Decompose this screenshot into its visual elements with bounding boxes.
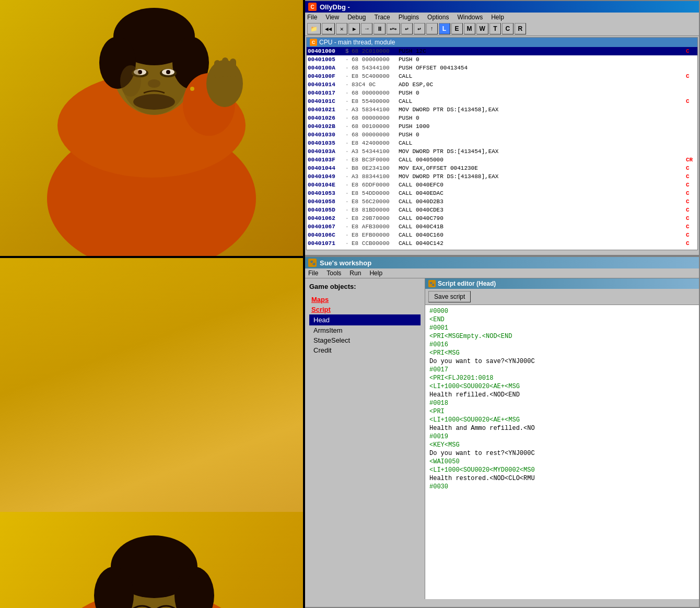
script-line: <LI+1000<SOU0020<AE+<MSG bbox=[429, 382, 695, 391]
menu-file-ws[interactable]: File bbox=[308, 270, 318, 277]
menu-view[interactable]: View bbox=[325, 14, 339, 21]
asm-address: 0040102B bbox=[308, 123, 345, 130]
toolbar-step2[interactable]: ↩ bbox=[401, 23, 413, 34]
asm-row[interactable]: 00401000 $ 68 2C010000 PUSH 12C C bbox=[307, 47, 697, 55]
game-objects-armsitem[interactable]: ArmsItem bbox=[309, 325, 421, 335]
asm-row[interactable]: 00401035 · E8 42400000 CALL bbox=[307, 139, 697, 147]
asm-bytes: 68 00000000 bbox=[352, 131, 399, 138]
asm-row[interactable]: 0040103F · E8 BC3F0000 CALL 00405000 CR bbox=[307, 156, 697, 164]
asm-comment: C bbox=[686, 181, 696, 189]
asm-row[interactable]: 00401076 · E8 3EB00000 CALL 0040C0B9 C bbox=[307, 248, 697, 250]
asm-instruction: CALL 00405000 bbox=[399, 156, 686, 163]
toolbar-M[interactable]: M bbox=[464, 23, 475, 34]
asm-comment: C bbox=[686, 223, 696, 230]
menu-trace[interactable]: Trace bbox=[375, 14, 390, 21]
asm-instruction: PUSH 1000 bbox=[399, 123, 686, 130]
game-objects-stageselect[interactable]: StageSelect bbox=[309, 335, 421, 345]
game-objects-credit[interactable]: Credit bbox=[309, 345, 421, 355]
asm-bytes: E8 29B70000 bbox=[352, 215, 399, 222]
menu-tools-ws[interactable]: Tools bbox=[326, 270, 341, 277]
asm-row[interactable]: 00401021 · A3 58344100 MOV DWORD PTR DS:… bbox=[307, 106, 697, 114]
cpu-titlebar: C CPU - main thread, module bbox=[307, 38, 697, 47]
toolbar-rewind[interactable]: ◀◀ bbox=[322, 23, 335, 34]
toolbar-W[interactable]: W bbox=[476, 23, 488, 34]
asm-bytes: 68 00000000 bbox=[352, 56, 399, 63]
asm-flag: · bbox=[345, 198, 352, 205]
menu-run-ws[interactable]: Run bbox=[349, 270, 361, 277]
game-objects-head[interactable]: Head bbox=[309, 314, 421, 325]
toolbar-run[interactable]: ▶ bbox=[348, 23, 360, 34]
asm-address: 00401044 bbox=[308, 165, 345, 172]
asm-row[interactable]: 00401005 · 68 00000000 PUSH 0 bbox=[307, 55, 697, 64]
svg-point-15 bbox=[148, 79, 160, 88]
toolbar-step-into[interactable]: → bbox=[361, 23, 372, 34]
asm-row[interactable]: 00401049 · A3 88344100 MOV DWORD PTR DS:… bbox=[307, 172, 697, 181]
game-objects-title: Game objects: bbox=[309, 283, 421, 290]
asm-address: 00401062 bbox=[308, 215, 345, 222]
asm-row[interactable]: 00401044 · B8 0E234100 MOV EAX,OFFSET 00… bbox=[307, 164, 697, 172]
asm-row[interactable]: 00401017 · 68 00000000 PUSH 0 bbox=[307, 89, 697, 97]
asm-row[interactable]: 00401062 · E8 29B70000 CALL 0040C790 C bbox=[307, 214, 697, 223]
menu-help[interactable]: Help bbox=[491, 14, 504, 21]
cpu-content[interactable]: 00401000 $ 68 2C010000 PUSH 12C C 004010… bbox=[307, 47, 697, 250]
asm-bytes: 83C4 0C bbox=[352, 81, 399, 88]
toolbar-close[interactable]: ✕ bbox=[336, 23, 347, 34]
ollydbg-toolbar: 📁 ◀◀ ✕ ▶ → ⏸ ↩↪ ↩ ↩ ↑ L E M W T C R bbox=[305, 22, 699, 36]
menu-options[interactable]: Options bbox=[427, 14, 449, 21]
toolbar-step3[interactable]: ↩ bbox=[414, 23, 425, 34]
asm-row[interactable]: 0040103A · A3 54344100 MOV DWORD PTR DS:… bbox=[307, 147, 697, 156]
toolbar-step1[interactable]: ↩↪ bbox=[387, 23, 400, 34]
workshop-menubar[interactable]: File Tools Run Help bbox=[305, 268, 699, 278]
script-line: #0000 bbox=[429, 307, 695, 315]
asm-row[interactable]: 00401030 · 68 00000000 PUSH 0 bbox=[307, 131, 697, 139]
menu-plugins[interactable]: Plugins bbox=[399, 14, 419, 21]
script-line: <KEY<MSG bbox=[429, 441, 695, 449]
asm-row[interactable]: 0040102B · 68 00100000 PUSH 1000 bbox=[307, 122, 697, 131]
toolbar-E[interactable]: E bbox=[451, 23, 463, 34]
asm-comment: C bbox=[686, 206, 696, 214]
script-line: <PRI<MSGEmpty.<NOD<END bbox=[429, 332, 695, 341]
toolbar-open[interactable]: 📁 bbox=[307, 23, 321, 34]
ollydbg-menubar[interactable]: File View Debug Trace Plugins Options Wi… bbox=[305, 13, 699, 22]
svg-point-23 bbox=[120, 65, 141, 97]
asm-flag: · bbox=[345, 106, 352, 113]
toolbar-R[interactable]: R bbox=[515, 23, 526, 34]
drake-bottom-panel: A I R bbox=[0, 256, 303, 608]
asm-row[interactable]: 00401071 · E8 CCB00000 CALL 0040C142 C bbox=[307, 239, 697, 248]
asm-instruction: MOV DWORD PTR DS:[413454],EAX bbox=[399, 148, 686, 155]
svg-rect-21 bbox=[230, 59, 236, 77]
asm-comment bbox=[686, 123, 696, 130]
asm-row[interactable]: 0040100A · 68 54344100 PUSH OFFSET 00413… bbox=[307, 64, 697, 72]
script-line: #0019 bbox=[429, 432, 695, 441]
asm-comment: C bbox=[686, 190, 696, 197]
toolbar-up[interactable]: ↑ bbox=[426, 23, 438, 34]
save-script-button[interactable]: Save script bbox=[428, 291, 471, 302]
game-objects-maps[interactable]: Maps bbox=[309, 295, 421, 305]
asm-row[interactable]: 00401026 · 68 00000000 PUSH 0 bbox=[307, 114, 697, 122]
asm-row[interactable]: 0040100F · E8 5C400000 CALL C bbox=[307, 72, 697, 80]
asm-row[interactable]: 0040104E · E8 6DDF0000 CALL 0040EFC0 C bbox=[307, 181, 697, 189]
menu-windows[interactable]: Windows bbox=[457, 14, 483, 21]
toolbar-C[interactable]: C bbox=[502, 23, 514, 34]
toolbar-T[interactable]: T bbox=[489, 23, 501, 34]
game-objects-script[interactable]: Script bbox=[309, 305, 421, 314]
asm-row[interactable]: 0040101C · E8 55400000 CALL C bbox=[307, 97, 697, 106]
asm-row[interactable]: 00401053 · E8 54DD0000 CALL 0040EDAC C bbox=[307, 189, 697, 197]
asm-row[interactable]: 0040105D · E8 81BD0000 CALL 0040CDE3 C bbox=[307, 206, 697, 214]
asm-row[interactable]: 00401067 · E8 AFB30000 CALL 0040C41B C bbox=[307, 223, 697, 231]
asm-row[interactable]: 00401058 · E8 56C20000 CALL 0040D2B3 C bbox=[307, 197, 697, 206]
asm-row[interactable]: 0040106C · E8 EFB00000 CALL 0040C160 C bbox=[307, 231, 697, 239]
asm-bytes: E8 AFB30000 bbox=[352, 223, 399, 230]
toolbar-pause[interactable]: ⏸ bbox=[374, 23, 386, 34]
asm-comment: C bbox=[686, 73, 696, 80]
menu-debug[interactable]: Debug bbox=[347, 14, 366, 21]
menu-help-ws[interactable]: Help bbox=[369, 270, 382, 277]
script-content[interactable]: #0000<END#0001<PRI<MSGEmpty.<NOD<END#001… bbox=[425, 305, 699, 599]
asm-row[interactable]: 00401014 · 83C4 0C ADD ESP,0C bbox=[307, 80, 697, 89]
asm-address: 00401005 bbox=[308, 56, 345, 63]
script-line: #0018 bbox=[429, 399, 695, 407]
asm-flag: · bbox=[345, 131, 352, 138]
script-editor-title: Script editor (Head) bbox=[438, 280, 496, 287]
toolbar-L[interactable]: L bbox=[439, 23, 450, 34]
menu-file[interactable]: File bbox=[307, 14, 317, 21]
